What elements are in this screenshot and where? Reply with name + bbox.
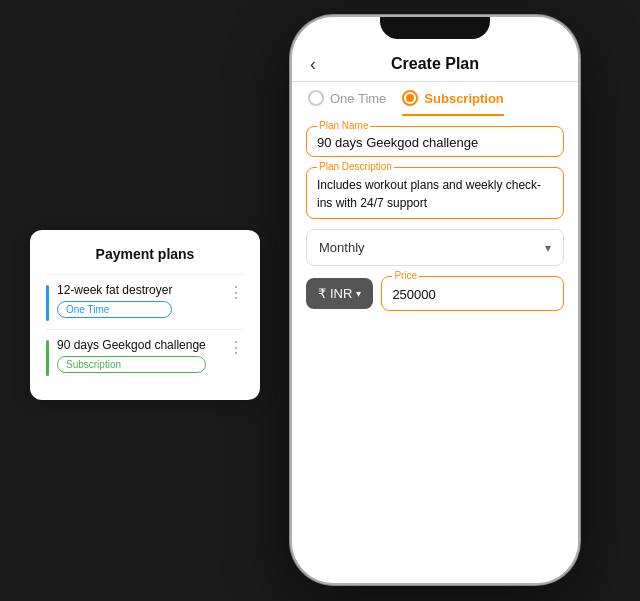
radio-subscription[interactable] xyxy=(402,90,418,106)
phone-notch xyxy=(380,17,490,39)
screen-header: ‹ Create Plan xyxy=(292,45,578,81)
price-row: ₹ INR ▾ Price 250000 xyxy=(306,276,564,311)
price-field[interactable]: Price 250000 xyxy=(381,276,564,311)
radio-one-time[interactable] xyxy=(308,90,324,106)
plan-name-value: 90 days Geekgod challenge xyxy=(317,135,553,150)
plan-left: 90 days Geekgod challenge Subscription xyxy=(46,338,206,376)
screen-title: Create Plan xyxy=(391,55,479,73)
back-button[interactable]: ‹ xyxy=(310,54,316,75)
tab-one-time-label: One Time xyxy=(330,91,386,106)
plan-name: 90 days Geekgod challenge xyxy=(57,338,206,352)
plan-info: 12-week fat destroyer One Time xyxy=(57,283,172,318)
plan-name-field[interactable]: Plan Name 90 days Geekgod challenge xyxy=(306,126,564,157)
plan-badge-subscription: Subscription xyxy=(57,356,206,373)
plan-description-value: Includes workout plans and weekly check-… xyxy=(317,176,553,212)
plan-stripe-green xyxy=(46,340,49,376)
plan-stripe-blue xyxy=(46,285,49,321)
plan-item: 12-week fat destroyer One Time ⋮ xyxy=(46,274,244,329)
price-value: 250000 xyxy=(392,287,553,302)
currency-label: INR xyxy=(330,286,352,301)
plan-item: 90 days Geekgod challenge Subscription ⋮ xyxy=(46,329,244,384)
plan-left: 12-week fat destroyer One Time xyxy=(46,283,172,321)
tab-subscription[interactable]: Subscription xyxy=(402,90,503,116)
plan-name-label: Plan Name xyxy=(317,120,370,131)
payment-plans-card: Payment plans 12-week fat destroyer One … xyxy=(30,230,260,400)
payment-plans-title: Payment plans xyxy=(46,246,244,262)
phone-screen: ‹ Create Plan One Time Subscription Plan… xyxy=(292,17,578,583)
tab-subscription-label: Subscription xyxy=(424,91,503,106)
plan-name: 12-week fat destroyer xyxy=(57,283,172,297)
plan-description-field[interactable]: Plan Description Includes workout plans … xyxy=(306,167,564,219)
header-divider xyxy=(292,81,578,82)
frequency-dropdown[interactable]: Monthly ▾ xyxy=(306,229,564,266)
chevron-down-icon: ▾ xyxy=(545,241,551,255)
tabs-row: One Time Subscription xyxy=(292,90,578,116)
currency-selector[interactable]: ₹ INR ▾ xyxy=(306,278,373,309)
plan-menu-icon[interactable]: ⋮ xyxy=(228,283,244,302)
frequency-label: Monthly xyxy=(319,240,365,255)
form-body: Plan Name 90 days Geekgod challenge Plan… xyxy=(292,126,578,311)
tab-one-time[interactable]: One Time xyxy=(308,90,386,116)
phone-frame: ‹ Create Plan One Time Subscription Plan… xyxy=(290,15,580,585)
plan-description-label: Plan Description xyxy=(317,161,394,172)
plan-info: 90 days Geekgod challenge Subscription xyxy=(57,338,206,373)
plan-menu-icon[interactable]: ⋮ xyxy=(228,338,244,357)
currency-symbol: ₹ xyxy=(318,286,326,301)
currency-chevron-icon: ▾ xyxy=(356,288,361,299)
plan-badge-onetime: One Time xyxy=(57,301,172,318)
price-label: Price xyxy=(392,270,419,281)
